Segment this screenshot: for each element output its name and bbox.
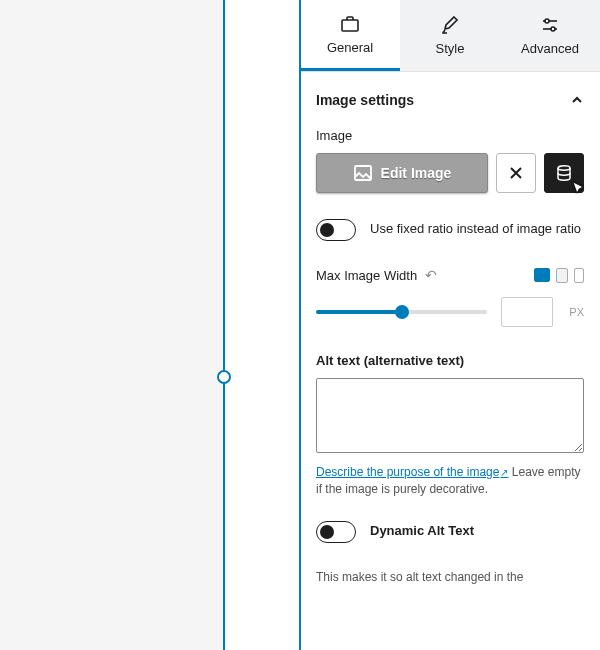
clear-image-button[interactable] (496, 153, 536, 193)
reset-icon[interactable]: ↶ (425, 267, 437, 283)
tab-label: Advanced (521, 41, 579, 56)
fixed-ratio-label: Use fixed ratio instead of image ratio (370, 219, 581, 238)
settings-sidebar: General Style Advanced Image settings (300, 0, 600, 650)
dynamic-alt-label: Dynamic Alt Text (370, 521, 474, 540)
editor-canvas[interactable] (0, 0, 300, 650)
selection-outline (223, 0, 301, 650)
mobile-icon[interactable] (574, 268, 584, 283)
external-link-icon: ↗ (500, 467, 508, 478)
max-width-label: Max Image Width (316, 268, 417, 283)
svg-point-6 (558, 166, 570, 170)
settings-tabs: General Style Advanced (300, 0, 600, 72)
resize-handle-left[interactable] (217, 370, 231, 384)
selected-block[interactable] (224, 0, 299, 650)
image-icon (353, 164, 373, 182)
cursor-icon (571, 180, 587, 196)
close-icon (508, 165, 524, 181)
svg-point-4 (551, 27, 555, 31)
image-field-label: Image (316, 128, 584, 143)
dynamic-alt-helper: This makes it so alt text changed in the (316, 569, 584, 586)
section-header-image-settings[interactable]: Image settings (316, 86, 584, 122)
alt-text-label: Alt text (alternative text) (316, 353, 584, 368)
tab-style[interactable]: Style (400, 0, 500, 71)
svg-rect-0 (342, 20, 358, 31)
chevron-up-icon (570, 93, 584, 107)
brush-icon (440, 15, 460, 35)
database-icon (555, 164, 573, 182)
briefcase-icon (340, 14, 360, 34)
dynamic-data-button[interactable] (544, 153, 584, 193)
section-title: Image settings (316, 92, 414, 108)
max-width-input[interactable] (501, 297, 553, 327)
fixed-ratio-toggle[interactable] (316, 219, 356, 241)
responsive-controls (534, 268, 584, 283)
tablet-icon[interactable] (556, 268, 568, 283)
max-width-slider[interactable] (316, 302, 487, 322)
tab-advanced[interactable]: Advanced (500, 0, 600, 71)
svg-point-2 (545, 19, 549, 23)
desktop-icon[interactable] (534, 268, 550, 282)
tab-label: Style (436, 41, 465, 56)
alt-help-link[interactable]: Describe the purpose of the image↗ (316, 465, 508, 479)
edit-image-button[interactable]: Edit Image (316, 153, 488, 193)
edit-image-label: Edit Image (381, 165, 452, 181)
tab-general[interactable]: General (300, 0, 400, 71)
alt-helper-text: Describe the purpose of the image↗ Leave… (316, 464, 584, 499)
sliders-icon (540, 15, 560, 35)
alt-text-input[interactable] (316, 378, 584, 453)
tab-label: General (327, 40, 373, 55)
unit-label: PX (569, 306, 584, 318)
dynamic-alt-toggle[interactable] (316, 521, 356, 543)
